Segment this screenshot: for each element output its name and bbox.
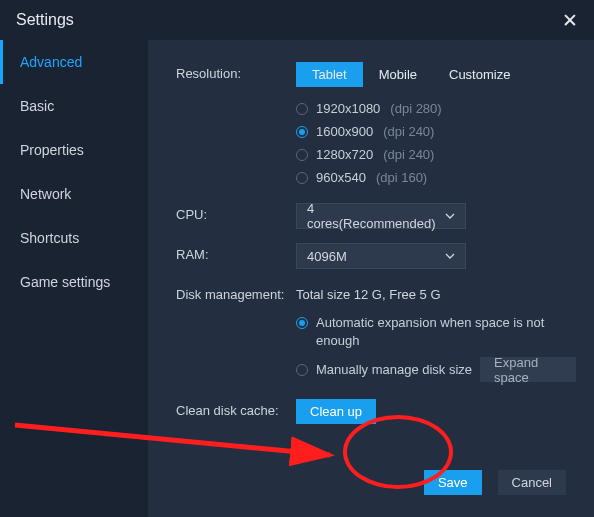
resolution-option-1280[interactable]: 1280x720 (dpi 240)	[296, 143, 576, 166]
resolution-option-960[interactable]: 960x540 (dpi 160)	[296, 166, 576, 189]
radio-icon	[296, 103, 308, 115]
resolution-label: Resolution:	[176, 62, 296, 81]
resolution-value: 1280x720	[316, 147, 373, 162]
sidebar-item-game-settings[interactable]: Game settings	[0, 260, 148, 304]
resolution-option-1600[interactable]: 1600x900 (dpi 240)	[296, 120, 576, 143]
resolution-dpi: (dpi 160)	[376, 170, 427, 185]
disk-auto-option[interactable]: Automatic expansion when space is not en…	[296, 310, 576, 354]
sidebar-item-properties[interactable]: Properties	[0, 128, 148, 172]
ram-value: 4096M	[307, 249, 347, 264]
resolution-dpi: (dpi 240)	[383, 124, 434, 139]
sidebar-item-network[interactable]: Network	[0, 172, 148, 216]
disk-manual-label: Manually manage disk size	[316, 362, 472, 377]
tab-customize[interactable]: Customize	[433, 62, 526, 87]
tab-tablet[interactable]: Tablet	[296, 62, 363, 87]
window-title: Settings	[16, 11, 74, 29]
radio-icon	[296, 317, 308, 329]
tab-mobile[interactable]: Mobile	[363, 62, 433, 87]
radio-icon	[296, 149, 308, 161]
resolution-option-1920[interactable]: 1920x1080 (dpi 280)	[296, 97, 576, 120]
clean-up-button[interactable]: Clean up	[296, 399, 376, 424]
sidebar-item-basic[interactable]: Basic	[0, 84, 148, 128]
sidebar: Advanced Basic Properties Network Shortc…	[0, 40, 148, 517]
resolution-value: 1600x900	[316, 124, 373, 139]
cpu-select[interactable]: 4 cores(Recommended)	[296, 203, 466, 229]
disk-manual-option[interactable]: Manually manage disk size	[296, 358, 472, 381]
chevron-down-icon	[445, 249, 455, 264]
expand-space-button[interactable]: Expand space	[480, 357, 576, 382]
chevron-down-icon	[445, 209, 455, 224]
cpu-label: CPU:	[176, 203, 296, 222]
close-icon[interactable]: ✕	[562, 9, 578, 32]
main-panel: Resolution: Tablet Mobile Customize 1920…	[148, 40, 594, 517]
cancel-button[interactable]: Cancel	[498, 470, 566, 495]
clean-label: Clean disk cache:	[176, 399, 296, 418]
save-button[interactable]: Save	[424, 470, 482, 495]
disk-summary: Total size 12 G, Free 5 G	[296, 283, 576, 302]
resolution-tabs: Tablet Mobile Customize	[296, 62, 576, 87]
sidebar-item-shortcuts[interactable]: Shortcuts	[0, 216, 148, 260]
radio-icon	[296, 172, 308, 184]
disk-auto-label: Automatic expansion when space is not en…	[316, 314, 556, 350]
cpu-value: 4 cores(Recommended)	[307, 201, 445, 231]
resolution-dpi: (dpi 280)	[390, 101, 441, 116]
resolution-value: 960x540	[316, 170, 366, 185]
radio-icon	[296, 364, 308, 376]
resolution-value: 1920x1080	[316, 101, 380, 116]
ram-label: RAM:	[176, 243, 296, 262]
ram-select[interactable]: 4096M	[296, 243, 466, 269]
sidebar-item-advanced[interactable]: Advanced	[0, 40, 148, 84]
resolution-dpi: (dpi 240)	[383, 147, 434, 162]
titlebar: Settings ✕	[0, 0, 594, 40]
disk-label: Disk management:	[176, 283, 296, 302]
radio-icon	[296, 126, 308, 138]
settings-window: Settings ✕ Advanced Basic Properties Net…	[0, 0, 594, 517]
